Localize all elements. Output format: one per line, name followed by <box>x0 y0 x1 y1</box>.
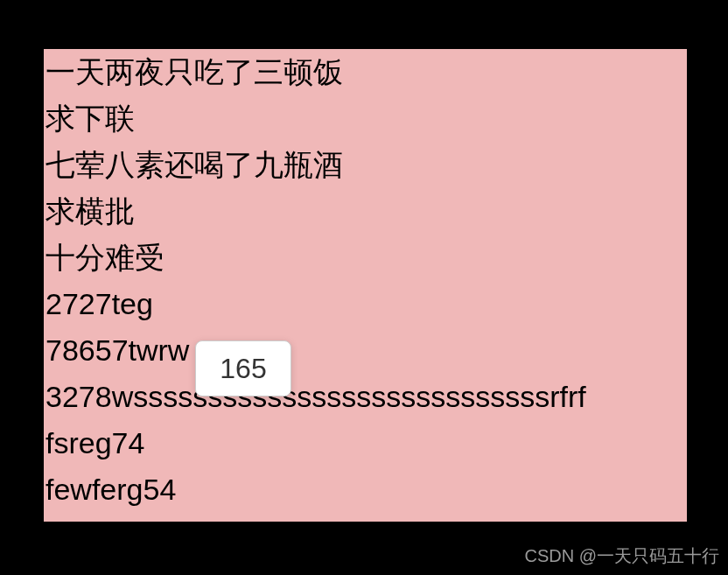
text-line: 七荤八素还喝了九瓶酒 <box>44 142 687 188</box>
watermark: CSDN @一天只码五十行 <box>524 544 719 568</box>
text-line: 2727teg <box>44 281 687 327</box>
text-line: 3278wssssssssssssssssssssssssssssrfrf <box>44 374 687 420</box>
content-box: 一天两夜只吃了三顿饭 求下联 七荤八素还喝了九瓶酒 求横批 十分难受 2727t… <box>44 49 687 522</box>
scroll-tooltip: 165 <box>195 340 291 396</box>
text-line: fsreg74 <box>44 420 687 466</box>
text-line: 78657twrw <box>44 327 687 374</box>
text-line: 一天两夜只吃了三顿饭 <box>44 49 687 95</box>
text-line: 十分难受 <box>44 235 687 281</box>
text-line: 求横批 <box>44 188 687 235</box>
tooltip-value: 165 <box>220 353 266 385</box>
text-line: fewferg54 <box>44 466 687 513</box>
text-line: 求下联 <box>44 95 687 142</box>
